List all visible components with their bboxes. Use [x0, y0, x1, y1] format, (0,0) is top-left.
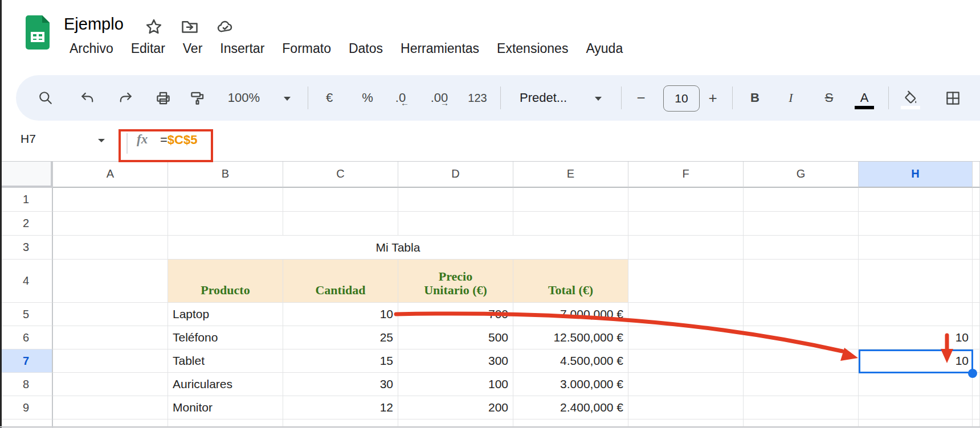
- increase-decimals-button[interactable]: .00 →: [427, 85, 452, 110]
- menu-insertar[interactable]: Insertar: [220, 41, 264, 56]
- cell-F2[interactable]: [628, 212, 744, 236]
- cell-E4-header[interactable]: Total (€): [513, 260, 628, 303]
- cell-E6[interactable]: 12.500,000 €: [513, 326, 628, 349]
- cell-D7[interactable]: 300: [398, 349, 513, 373]
- col-header-H[interactable]: H: [859, 161, 973, 188]
- italic-button[interactable]: I: [778, 85, 803, 110]
- paint-format-button[interactable]: [185, 85, 210, 110]
- zoom-caret-icon[interactable]: [284, 97, 291, 101]
- menu-herramientas[interactable]: Herramientas: [401, 41, 479, 56]
- more-formats-button[interactable]: 123: [465, 85, 490, 110]
- cell-F8[interactable]: [628, 373, 744, 396]
- col-header-partial[interactable]: [973, 161, 980, 188]
- star-icon[interactable]: [145, 18, 162, 35]
- row-header-4[interactable]: 4: [0, 260, 53, 303]
- cell-D9[interactable]: 200: [398, 396, 513, 419]
- cell-table-title[interactable]: Mi Tabla: [168, 236, 628, 260]
- font-caret-icon[interactable]: [595, 97, 602, 101]
- cell-E5[interactable]: 7.000,000 €: [513, 303, 628, 326]
- menu-archivo[interactable]: Archivo: [70, 41, 113, 56]
- cell-C8[interactable]: 30: [283, 373, 398, 396]
- col-header-E[interactable]: E: [513, 161, 628, 188]
- undo-button[interactable]: [75, 85, 100, 110]
- cell-H2[interactable]: [859, 212, 973, 236]
- cell-B4-header[interactable]: Producto: [168, 260, 283, 303]
- borders-button[interactable]: [940, 85, 965, 110]
- col-header-B[interactable]: B: [168, 161, 283, 188]
- row-header-6[interactable]: 6: [0, 326, 53, 349]
- cell-B8[interactable]: Auriculares: [168, 373, 283, 396]
- cell-C6[interactable]: 25: [283, 326, 398, 349]
- cell-E1[interactable]: [513, 188, 628, 212]
- cell-I2[interactable]: [973, 212, 980, 236]
- text-color-button[interactable]: A: [852, 85, 877, 110]
- cell-A1[interactable]: [53, 188, 168, 212]
- col-header-C[interactable]: C: [283, 161, 398, 188]
- cell-A3[interactable]: [53, 236, 168, 260]
- cell-B2[interactable]: [168, 212, 283, 236]
- cell-H1[interactable]: [859, 188, 973, 212]
- decrease-decimals-button[interactable]: .0 ←: [388, 85, 413, 110]
- cell-F5[interactable]: [628, 303, 744, 326]
- cell-D8[interactable]: 100: [398, 373, 513, 396]
- cell-A4[interactable]: [53, 260, 168, 303]
- cell-A8[interactable]: [53, 373, 168, 396]
- formula-input[interactable]: =$C$5: [160, 133, 197, 147]
- document-title[interactable]: Ejemplo: [64, 15, 124, 34]
- cell-I3[interactable]: [973, 236, 980, 260]
- cell-I5[interactable]: [973, 303, 980, 326]
- row-header-7[interactable]: 7: [0, 349, 53, 373]
- cell-F1[interactable]: [628, 188, 744, 212]
- font-name-select[interactable]: Predet...: [520, 85, 588, 110]
- cell-I9[interactable]: [973, 396, 980, 419]
- redo-button[interactable]: [113, 85, 138, 110]
- cell-C4-header[interactable]: Cantidad: [283, 260, 398, 303]
- cell-G4[interactable]: [744, 260, 859, 303]
- cell-H6[interactable]: 10: [859, 326, 973, 349]
- name-box[interactable]: H7: [21, 132, 36, 146]
- zoom-select[interactable]: 100%: [221, 85, 267, 110]
- cell-G9[interactable]: [744, 396, 859, 419]
- cell-C7[interactable]: 15: [283, 349, 398, 373]
- fill-handle[interactable]: [968, 369, 977, 378]
- format-currency-button[interactable]: €: [317, 85, 342, 110]
- row-header-3[interactable]: 3: [0, 236, 53, 260]
- col-header-G[interactable]: G: [744, 161, 859, 188]
- cell-B1[interactable]: [168, 188, 283, 212]
- row-header-5[interactable]: 5: [0, 303, 53, 326]
- col-header-D[interactable]: D: [398, 161, 513, 188]
- decrease-font-size-button[interactable]: −: [628, 85, 654, 110]
- cell-F4[interactable]: [628, 260, 744, 303]
- cell-E2[interactable]: [513, 212, 628, 236]
- menu-datos[interactable]: Datos: [349, 41, 383, 56]
- cell-A7[interactable]: [53, 349, 168, 373]
- print-button[interactable]: [150, 85, 175, 110]
- cell-G3[interactable]: [744, 236, 859, 260]
- cloud-saved-icon[interactable]: [217, 18, 234, 35]
- cell-C2[interactable]: [283, 212, 398, 236]
- menu-editar[interactable]: Editar: [131, 41, 165, 56]
- format-percent-button[interactable]: %: [355, 85, 380, 110]
- cell-I6[interactable]: [973, 326, 980, 349]
- row-header-9[interactable]: 9: [0, 396, 53, 419]
- row-header-2[interactable]: 2: [0, 212, 53, 236]
- increase-font-size-button[interactable]: +: [700, 85, 725, 110]
- cell-H8[interactable]: [859, 373, 973, 396]
- cell-C1[interactable]: [283, 188, 398, 212]
- cell-I1[interactable]: [973, 188, 980, 212]
- fill-color-button[interactable]: [898, 85, 923, 110]
- name-box-caret-icon[interactable]: [98, 139, 105, 142]
- cell-B7[interactable]: Tablet: [168, 349, 283, 373]
- cell-A5[interactable]: [53, 303, 168, 326]
- cell-B9[interactable]: Monitor: [168, 396, 283, 419]
- cell-A2[interactable]: [53, 212, 168, 236]
- cell-A9[interactable]: [53, 396, 168, 419]
- menu-extensiones[interactable]: Extensiones: [497, 41, 568, 56]
- cell-C9[interactable]: 12: [283, 396, 398, 419]
- col-header-A[interactable]: A: [53, 161, 168, 188]
- move-to-folder-icon[interactable]: [181, 18, 198, 35]
- font-size-input[interactable]: 10: [663, 85, 700, 112]
- cell-G1[interactable]: [744, 188, 859, 212]
- cell-E8[interactable]: 3.000,000 €: [513, 373, 628, 396]
- cell-F7[interactable]: [628, 349, 744, 373]
